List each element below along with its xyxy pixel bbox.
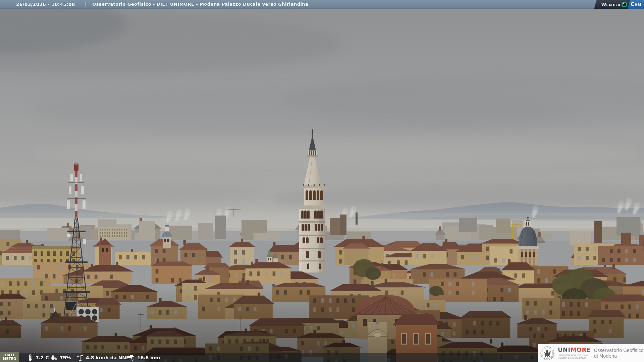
humidity-value: 79% — [60, 355, 71, 360]
separator: | — [85, 2, 87, 7]
meteo-label-line1: DATI — [5, 353, 14, 357]
weathercam-weather-label: Weather — [601, 2, 620, 7]
header-bar: 26/03/2026 - 10:45:08 | Osservatorio Geo… — [0, 0, 644, 9]
unimore-sub-line2: MODENA E REGGIO EMILIA — [558, 357, 591, 359]
weathercam-logo[interactable]: Weather Cam — [594, 0, 644, 9]
humidity-readout: 79% — [50, 353, 71, 362]
timestamp: 26/03/2026 - 10:45:08 — [16, 2, 75, 7]
webcam-photo — [0, 0, 644, 362]
unimore-uni-text: UNI — [558, 347, 571, 353]
thermometer-icon — [27, 354, 34, 361]
observatory-name: Osservatorio Geofisico di Modena — [594, 348, 644, 359]
camera-lens-icon — [622, 2, 627, 7]
unimore-branding[interactable]: 1175 UNIMORE UNIVERSITÀ DEGLI STUDI DI M… — [538, 344, 644, 362]
rain-value: 16.6 mm — [137, 355, 160, 360]
weathercam-cam-label: Cam — [631, 1, 641, 7]
meteo-label: DATI METEO — [0, 352, 19, 362]
unimore-seal-icon: 1175 — [540, 346, 555, 361]
webcam-page: 26/03/2026 - 10:45:08 | Osservatorio Geo… — [0, 0, 644, 362]
unimore-sub-line1: UNIVERSITÀ DEGLI STUDI DI — [558, 354, 591, 357]
wind-vane-icon — [76, 354, 84, 361]
temperature-value: 7.2 C — [36, 355, 49, 360]
humidity-icon — [50, 354, 58, 361]
corner-shadow — [0, 302, 141, 362]
wind-value: 4.8 km/h da NNE — [86, 355, 129, 360]
unimore-more-text: MORE — [571, 347, 591, 353]
rain-readout: 16.6 mm — [128, 353, 160, 362]
unimore-wordmark: UNIMORE UNIVERSITÀ DEGLI STUDI DI MODENA… — [558, 347, 591, 359]
wind-readout: 4.8 km/h da NNE — [76, 353, 129, 362]
meteo-label-line2: METEO — [3, 357, 16, 361]
page-title: Osservatorio Geofisico - DIEF UNIMORE - … — [92, 2, 308, 7]
temperature-readout: 7.2 C — [27, 353, 49, 362]
observatory-name-line1: Osservatorio Geofisico — [594, 348, 644, 353]
observatory-name-line2: di Modena — [594, 353, 644, 359]
umbrella-icon — [128, 354, 135, 361]
svg-text:1175: 1175 — [546, 357, 549, 358]
